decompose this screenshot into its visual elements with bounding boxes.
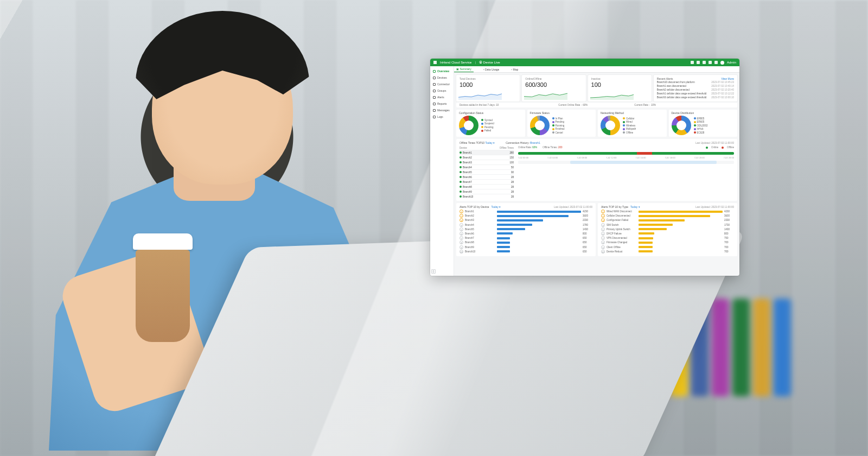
- offline-row[interactable]: Branch3100: [459, 160, 514, 164]
- view-more-link[interactable]: View More: [721, 77, 734, 80]
- alerts-by-device-card: Alerts TOP 10 by Device Today ▾Last Upda…: [456, 203, 596, 256]
- tab-summary[interactable]: ▣ Summary: [454, 66, 474, 72]
- content: Total Devices 1000 Online/Offline 600/30…: [454, 73, 739, 276]
- bar-row: 8Branch8650: [459, 240, 592, 244]
- offline-row[interactable]: Branch828: [459, 184, 514, 189]
- legend-item: Synced: [481, 119, 494, 122]
- tab-map[interactable]: ▫ Map: [509, 67, 520, 72]
- legend-item: Pending: [481, 126, 494, 129]
- alert-row[interactable]: Branch10 disconnect from platform2023-07…: [657, 80, 734, 84]
- offline-connection-card: Offline Times TOP10 Today ▾ Connection H…: [456, 139, 737, 201]
- donut-chart: [601, 116, 620, 135]
- legend-item: ODU2002: [694, 124, 708, 127]
- bar-row: 3Branch32330: [459, 218, 592, 222]
- settings-icon[interactable]: [714, 61, 718, 64]
- bar-row: 5Primary Uplink Switch1430: [601, 227, 734, 231]
- sidebar-item-logs[interactable]: Logs: [430, 113, 454, 120]
- donut-chart: [672, 116, 691, 135]
- donut-device-distribution: Device DistributionER805ER605ODU2002InHu…: [669, 110, 738, 137]
- bar-row: 4Branch41780: [459, 223, 592, 227]
- bar-row: 6Branch6800: [459, 232, 592, 236]
- donut-row: Configuration StatusSyncedSuspendPending…: [456, 110, 737, 137]
- donut-firmware-status: Firmware StatusIn PlanPendingRunningFini…: [527, 110, 596, 137]
- sparkline-total: [458, 91, 502, 100]
- donut-configuration-status: Configuration StatusSyncedSuspendPending…: [456, 110, 525, 137]
- rank-badge: 9: [601, 245, 605, 249]
- alert-row[interactable]: Branch3 cellular data usage exceed thres…: [657, 96, 734, 99]
- offline-row[interactable]: Branch2150: [459, 155, 514, 160]
- donut-chart: [459, 116, 478, 135]
- avatar[interactable]: [720, 61, 724, 65]
- legend-item: Suspend: [481, 122, 494, 125]
- help-icon[interactable]: [709, 61, 712, 64]
- apps-icon[interactable]: [433, 61, 437, 64]
- legend-item: Cellular: [623, 117, 636, 120]
- rank-badge: 1: [601, 210, 605, 213]
- bar-row: 7Branch7650: [459, 236, 592, 240]
- by-device-period-dropdown[interactable]: Today ▾: [491, 205, 501, 208]
- alert-row[interactable]: Branch2 cellular disconnected2023-07-02 …: [657, 88, 734, 92]
- legend-item: EC628: [694, 131, 708, 134]
- sidebar-item-devices[interactable]: Devices: [430, 74, 454, 81]
- brand: InHand Cloud Service: [440, 61, 471, 64]
- chat-icon[interactable]: [703, 61, 706, 64]
- rank-badge: 1: [459, 210, 463, 213]
- bar-row: 2Branch23600: [459, 214, 592, 218]
- by-type-period-dropdown[interactable]: Today ▾: [630, 205, 640, 208]
- connection-timeline: [518, 152, 734, 155]
- timeline-range-slider[interactable]: [518, 161, 734, 164]
- bar-row: 9Branch9650: [459, 245, 592, 249]
- sidebar-item-messages[interactable]: Messages: [430, 107, 454, 113]
- tab-data-usage[interactable]: ▫ Data Usage: [481, 67, 502, 72]
- rank-badge: 5: [601, 227, 605, 231]
- bar-row: 9Client Offline700: [601, 245, 734, 249]
- nav-icon: [433, 103, 436, 105]
- offline-row[interactable]: Branch530: [459, 169, 514, 174]
- offline-row[interactable]: Branch728: [459, 179, 514, 184]
- offline-period-dropdown[interactable]: Today ▾: [485, 141, 495, 144]
- rank-badge: 9: [459, 245, 463, 249]
- sidebar-item-connector[interactable]: Connector: [430, 81, 454, 87]
- home-icon[interactable]: [691, 61, 694, 64]
- user-label[interactable]: Admin: [727, 61, 736, 64]
- alert-row[interactable]: Branch1 cellular data usage exceed thres…: [657, 92, 734, 96]
- sidebar-item-groups[interactable]: Groups: [430, 87, 454, 94]
- rank-badge: 8: [601, 240, 605, 244]
- offline-table: DeviceOffline Times Branch1280Branch2150…: [459, 146, 514, 199]
- offline-row[interactable]: Branch1028: [459, 194, 514, 199]
- nav-icon: [433, 70, 436, 73]
- stat-total-devices: Total Devices 1000: [456, 75, 520, 102]
- dashboard-window: InHand Cloud Service | ⦿ Device Live Adm…: [430, 59, 739, 276]
- nav-icon: [433, 96, 436, 99]
- bar-row: 10Branch10650: [459, 250, 592, 254]
- doc-icon[interactable]: [697, 61, 700, 64]
- offline-row[interactable]: Branch628: [459, 174, 514, 179]
- rank-badge: 2: [601, 214, 605, 218]
- bar-row: 6DHCP Failure800: [601, 232, 734, 236]
- bar-row: 2Cellular Disconnected3600: [601, 214, 734, 218]
- rank-badge: 10: [601, 250, 605, 254]
- titlebar: InHand Cloud Service | ⦿ Device Live Adm…: [430, 59, 739, 66]
- sparkline-inactive: [590, 91, 634, 100]
- rank-badge: 3: [459, 218, 463, 222]
- rank-badge: 4: [459, 223, 463, 227]
- connection-title: Connection History: [506, 141, 528, 144]
- alert-row[interactable]: Branch1 wan disconnected2023-07-02 10:40…: [657, 84, 734, 88]
- bar-row: 7VPN Disconnected750: [601, 236, 734, 240]
- rank-badge: 7: [459, 236, 463, 240]
- tabbar: ▣ Summary▫ Data Usage▫ Map: [430, 66, 739, 73]
- sidebar: OverviewDevicesConnectorGroupsAlertsRepo…: [430, 66, 454, 276]
- connection-panel: Online Rate: 60% Offline Times: 200 Onli…: [518, 146, 734, 199]
- legend-item: ER605: [694, 121, 708, 123]
- offline-row[interactable]: Branch928: [459, 189, 514, 194]
- sidebar-item-reports[interactable]: Reports: [430, 100, 454, 107]
- offline-row[interactable]: Branch1280: [459, 150, 514, 155]
- sidebar-item-alerts[interactable]: Alerts: [430, 94, 454, 100]
- nav-icon: [433, 83, 436, 86]
- sparkline-online: [524, 91, 567, 100]
- legend-item: Offline: [623, 131, 636, 134]
- sidebar-item-overview[interactable]: Overview: [430, 68, 454, 74]
- offline-row[interactable]: Branch450: [459, 164, 514, 169]
- rank-badge: 10: [459, 250, 463, 254]
- collapse-sidebar-button[interactable]: ≡: [431, 269, 436, 274]
